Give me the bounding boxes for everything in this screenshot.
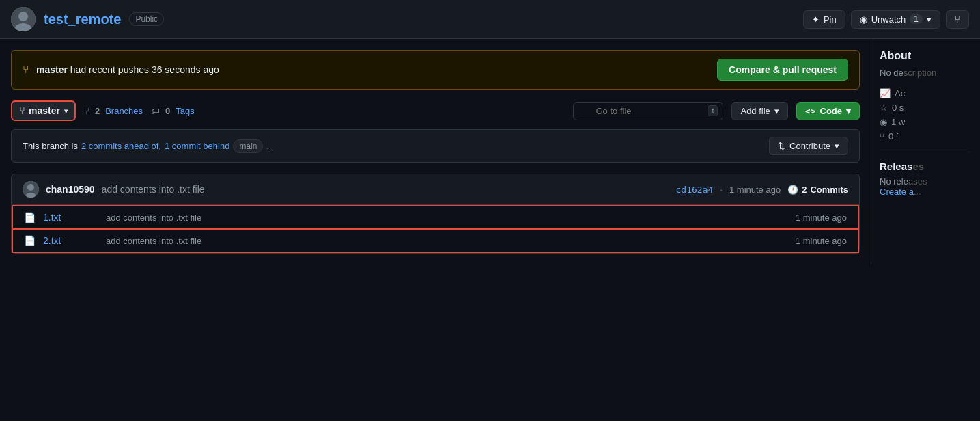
file-name[interactable]: 1.txt bbox=[43, 212, 98, 223]
unwatch-chevron-icon: ▾ bbox=[927, 14, 932, 25]
header-actions: ✦ Pin ◉ Unwatch 1 ▾ ⑂ bbox=[803, 10, 969, 29]
sidebar-item-watchers[interactable]: ◉ 1 w bbox=[880, 115, 972, 129]
sidebar: About No description 📈 Ac ☆ 0 s ◉ 1 w ⑂ … bbox=[871, 39, 980, 264]
push-banner-left: ⑂ master had recent pushes 36 seconds ag… bbox=[23, 64, 219, 76]
branch-status-post: . bbox=[266, 141, 269, 151]
commit-hash[interactable]: cd162a4 bbox=[676, 185, 714, 195]
avatar bbox=[11, 7, 36, 31]
fork-button[interactable]: ⑂ bbox=[946, 10, 969, 29]
sidebar-no-description: No description bbox=[880, 68, 972, 78]
commits-label: Commits bbox=[810, 185, 848, 195]
ahead-link[interactable]: 2 commits ahead of, bbox=[81, 141, 161, 151]
commit-author[interactable]: chan10590 bbox=[46, 184, 95, 195]
push-branch-name: master bbox=[36, 64, 68, 75]
sidebar-item-activity[interactable]: 📈 Ac bbox=[880, 86, 972, 100]
go-to-file-wrapper: 🔍 t bbox=[573, 102, 723, 120]
branch-bar: ⑂ master ▾ ⑂ 2 Branches 🏷 0 Tags 🔍 t Add… bbox=[11, 100, 860, 121]
push-branch-icon: ⑂ bbox=[23, 64, 29, 76]
tags-count: 0 bbox=[165, 106, 170, 116]
commits-link[interactable]: 🕐 2 Commits bbox=[787, 185, 848, 195]
svg-point-1 bbox=[18, 12, 28, 21]
eye-icon: ◉ bbox=[880, 117, 887, 127]
forks-count: 0 f bbox=[888, 131, 898, 141]
file-commit-msg: add contents into .txt file bbox=[106, 213, 787, 223]
tag-icon: 🏷 bbox=[151, 106, 160, 116]
branch-status-pre: This branch is bbox=[23, 141, 78, 151]
fork-icon-sidebar: ⑂ bbox=[880, 132, 884, 141]
code-icon: <> bbox=[805, 106, 816, 116]
file-time: 1 minute ago bbox=[796, 213, 847, 223]
branch-selector[interactable]: ⑂ master ▾ bbox=[11, 100, 76, 121]
code-button[interactable]: <> Code ▾ bbox=[796, 102, 860, 120]
file-commit-msg: add contents into .txt file bbox=[106, 236, 787, 246]
activity-icon: 📈 bbox=[880, 88, 891, 98]
commit-dot: · bbox=[720, 185, 723, 195]
layout: ⑂ master had recent pushes 36 seconds ag… bbox=[0, 39, 980, 264]
commit-message: add contents into .txt file bbox=[102, 184, 205, 195]
code-chevron-icon: ▾ bbox=[846, 106, 851, 116]
branch-status-text: This branch is 2 commits ahead of, 1 com… bbox=[23, 139, 269, 153]
table-row: 📄 2.txt add contents into .txt file 1 mi… bbox=[12, 229, 859, 253]
file-time: 1 minute ago bbox=[796, 236, 847, 246]
unwatch-label: Unwatch bbox=[871, 14, 906, 25]
add-file-button[interactable]: Add file ▾ bbox=[731, 102, 787, 120]
sidebar-releases-title: Releases bbox=[880, 161, 972, 172]
file-name[interactable]: 2.txt bbox=[43, 235, 98, 246]
add-file-chevron-icon: ▾ bbox=[774, 106, 779, 116]
watchers-count: 1 w bbox=[891, 117, 905, 127]
keyboard-shortcut-t: t bbox=[708, 105, 718, 116]
commit-avatar bbox=[23, 181, 39, 198]
sidebar-create-release-link[interactable]: Create a... bbox=[880, 187, 972, 197]
push-banner: ⑂ master had recent pushes 36 seconds ag… bbox=[11, 50, 860, 90]
sidebar-no-releases: No releases bbox=[880, 176, 972, 187]
sidebar-item-forks[interactable]: ⑂ 0 f bbox=[880, 129, 972, 144]
unwatch-count: 1 bbox=[910, 14, 923, 24]
code-label: Code bbox=[820, 106, 843, 116]
branch-name: master bbox=[29, 105, 60, 116]
sidebar-about-title: About bbox=[880, 50, 972, 62]
branches-label[interactable]: Branches bbox=[105, 106, 143, 116]
commits-count: 2 bbox=[802, 185, 807, 195]
push-banner-message: had recent pushes 36 seconds ago bbox=[70, 64, 219, 75]
push-banner-text: master had recent pushes 36 seconds ago bbox=[36, 64, 219, 75]
history-icon: 🕐 bbox=[787, 185, 798, 195]
sidebar-item-stars[interactable]: ☆ 0 s bbox=[880, 100, 972, 115]
branch-chevron-icon: ▾ bbox=[64, 107, 68, 115]
main-content: ⑂ master had recent pushes 36 seconds ag… bbox=[0, 39, 871, 264]
go-to-file-input[interactable] bbox=[573, 102, 723, 120]
unwatch-button[interactable]: ◉ Unwatch 1 ▾ bbox=[851, 10, 940, 29]
compare-pull-request-button[interactable]: Compare & pull request bbox=[717, 59, 848, 81]
add-file-label: Add file bbox=[740, 106, 770, 116]
contribute-chevron-icon: ▾ bbox=[835, 141, 839, 151]
commit-meta: cd162a4 · 1 minute ago 🕐 2 Commits bbox=[676, 185, 848, 195]
table-row: 📄 1.txt add contents into .txt file 1 mi… bbox=[12, 205, 859, 229]
contribute-button[interactable]: ⇅ Contribute ▾ bbox=[769, 137, 848, 155]
branch-info: ⑂ 2 Branches 🏷 0 Tags bbox=[84, 106, 195, 116]
file-table: 📄 1.txt add contents into .txt file 1 mi… bbox=[11, 204, 860, 254]
fork-icon: ⑂ bbox=[955, 14, 960, 25]
commit-bar: chan10590 add contents into .txt file cd… bbox=[11, 174, 860, 204]
contribute-pr-icon: ⇅ bbox=[778, 141, 785, 151]
svg-point-4 bbox=[27, 184, 34, 191]
tags-label[interactable]: Tags bbox=[176, 106, 194, 116]
activity-label: Ac bbox=[895, 88, 905, 98]
sidebar-divider bbox=[880, 152, 972, 152]
stars-count: 0 s bbox=[892, 103, 904, 113]
star-icon: ☆ bbox=[880, 103, 888, 113]
public-badge: Public bbox=[129, 12, 164, 26]
commit-time: 1 minute ago bbox=[729, 185, 781, 195]
pin-label: Pin bbox=[824, 14, 837, 25]
file-icon: 📄 bbox=[24, 235, 35, 246]
pin-button[interactable]: ✦ Pin bbox=[803, 10, 845, 29]
base-branch-tag: main bbox=[233, 139, 263, 153]
pin-icon: ✦ bbox=[812, 14, 820, 25]
branches-icon: ⑂ bbox=[84, 106, 89, 116]
file-icon: 📄 bbox=[24, 212, 35, 223]
repo-title[interactable]: test_remote bbox=[44, 12, 121, 27]
branches-count: 2 bbox=[95, 106, 100, 116]
header: test_remote Public ✦ Pin ◉ Unwatch 1 ▾ ⑂ bbox=[0, 0, 980, 39]
branch-status: This branch is 2 commits ahead of, 1 com… bbox=[11, 129, 860, 163]
contribute-label: Contribute bbox=[789, 141, 830, 151]
behind-link[interactable]: 1 commit behind bbox=[165, 141, 229, 151]
branch-icon: ⑂ bbox=[19, 105, 25, 116]
